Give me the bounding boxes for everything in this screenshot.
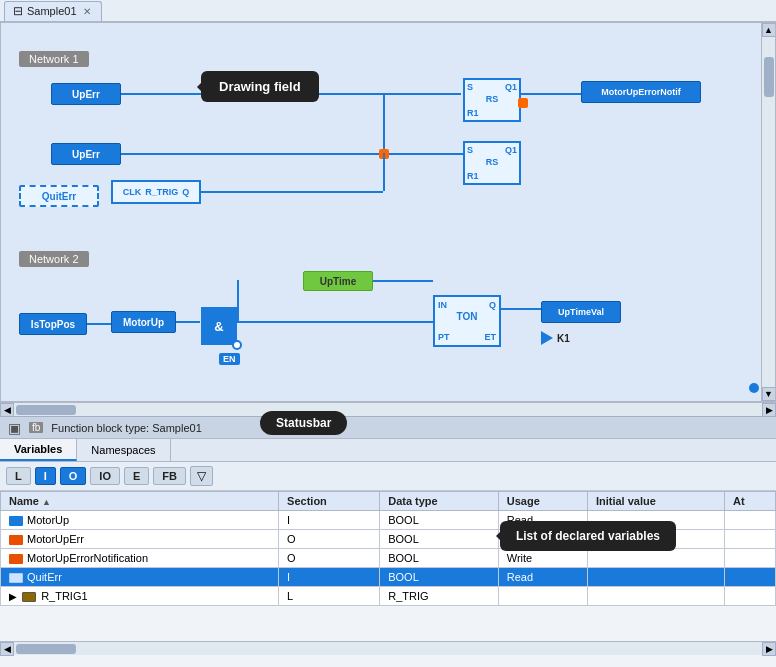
network1-label: Network 1 [19, 51, 89, 67]
filter-IO-button[interactable]: IO [90, 467, 120, 485]
tab-variables[interactable]: Variables [0, 439, 77, 461]
conn-h-rs2 [383, 153, 463, 155]
and-white-circle [232, 340, 242, 350]
editor-tab[interactable]: ⊟ Sample01 ✕ [4, 1, 102, 21]
funnel-icon: ▽ [197, 469, 206, 483]
en-block[interactable]: EN [219, 353, 240, 365]
col-section-header[interactable]: Section [279, 492, 380, 511]
scroll-up-button[interactable]: ▲ [762, 23, 776, 37]
conn-v-uptime-and [237, 280, 239, 321]
expand-icon[interactable]: ▶ [9, 591, 17, 602]
col-name-header[interactable]: Name ▲ [1, 492, 279, 511]
rs2-block[interactable]: S R1 RS Q1 [463, 141, 521, 185]
statusbar-tooltip: Statusbar [260, 411, 347, 435]
rs1-block[interactable]: S R1 RS Q1 [463, 78, 521, 122]
conn-v-rtrig-rs2 [383, 153, 385, 191]
scroll-h-thumb[interactable] [16, 405, 76, 415]
conn-ton-output [501, 308, 541, 310]
statusbar: Statusbar ▣ fb Function block type: Samp… [0, 416, 776, 438]
diagram-area: ▲ ▼ Network 1 Drawing field UpErr S R1 R… [0, 22, 776, 402]
conn-uptime [373, 280, 433, 282]
tab-label: Sample01 [27, 5, 77, 17]
filter-I-button[interactable]: I [35, 467, 56, 485]
table-scroll-left-button[interactable]: ◀ [0, 642, 14, 656]
scroll-indicator [749, 383, 759, 393]
filter-E-button[interactable]: E [124, 467, 149, 485]
conn-motorup [176, 321, 200, 323]
uptimeval-block[interactable]: UpTimeVal [541, 301, 621, 323]
table-row[interactable]: ▶ R_TRIG1 L R_TRIG [1, 587, 776, 606]
conn-rtrig-q [201, 191, 383, 193]
uperr2-block[interactable]: UpErr [51, 143, 121, 165]
conn-and-ton [237, 321, 433, 323]
conn-v-rs1-rs2 [383, 93, 385, 153]
bottom-tab-row: Variables Namespaces [0, 439, 776, 462]
table-row[interactable]: MotorUpErrorNotification O BOOL Write [1, 549, 776, 568]
variable-table-container[interactable]: List of declared variables Name ▲ Sectio… [0, 491, 776, 639]
scroll-thumb[interactable] [764, 57, 774, 97]
k1-block: K1 [541, 331, 570, 345]
istoppos-block[interactable]: IsTopPos [19, 313, 87, 335]
scroll-left-button[interactable]: ◀ [0, 403, 14, 417]
table-tooltip: List of declared variables [500, 521, 676, 551]
ton-block[interactable]: IN PT TON Q ET [433, 295, 501, 347]
statusbar-icon-square: ▣ [8, 420, 21, 436]
motorup-block[interactable]: MotorUp [111, 311, 176, 333]
vertical-scrollbar[interactable]: ▲ ▼ [761, 23, 775, 401]
col-usage-header[interactable]: Usage [498, 492, 587, 511]
uptime-block[interactable]: UpTime [303, 271, 373, 291]
tab-close-button[interactable]: ✕ [81, 6, 93, 17]
conn-uperr2 [121, 153, 383, 155]
scroll-right-button[interactable]: ▶ [762, 403, 776, 417]
col-at-header[interactable]: At [724, 492, 775, 511]
motoruperrornotif-block[interactable]: MotorUpErrorNotif [581, 81, 701, 103]
tab-icon: ⊟ [13, 4, 23, 18]
filter-L-button[interactable]: L [6, 467, 31, 485]
uperr1-block[interactable]: UpErr [51, 83, 121, 105]
bottom-panel: Variables Namespaces L I O IO E FB ▽ Lis… [0, 438, 776, 667]
col-initialvalue-header[interactable]: Initial value [587, 492, 724, 511]
filter-FB-button[interactable]: FB [153, 467, 186, 485]
filter-bar: L I O IO E FB ▽ [0, 462, 776, 491]
filter-funnel-button[interactable]: ▽ [190, 466, 213, 486]
rtrig-block[interactable]: CLK R_TRIG Q [111, 180, 201, 204]
filter-O-button[interactable]: O [60, 467, 87, 485]
orange-dot-rs1 [518, 98, 528, 108]
quiterr-block[interactable]: QuitErr [19, 185, 99, 207]
horizontal-scrollbar[interactable]: ◀ ▶ [0, 402, 776, 416]
table-scroll-right-button[interactable]: ▶ [762, 642, 776, 656]
network2-label: Network 2 [19, 251, 89, 267]
and-block[interactable]: & [201, 307, 237, 345]
drawing-field-tooltip: Drawing field [201, 71, 319, 102]
table-row-selected[interactable]: QuitErr I BOOL Read [1, 568, 776, 587]
table-scroll-thumb[interactable] [16, 644, 76, 654]
tab-namespaces[interactable]: Namespaces [77, 439, 170, 461]
scroll-down-button[interactable]: ▼ [762, 387, 776, 401]
conn-rs1-output [521, 93, 581, 95]
table-horizontal-scrollbar[interactable]: ◀ ▶ [0, 641, 776, 655]
statusbar-icon-fb: fb [29, 422, 43, 433]
col-datatype-header[interactable]: Data type [380, 492, 499, 511]
tab-bar: ⊟ Sample01 ✕ [0, 0, 776, 22]
statusbar-label: Function block type: Sample01 [51, 422, 201, 434]
